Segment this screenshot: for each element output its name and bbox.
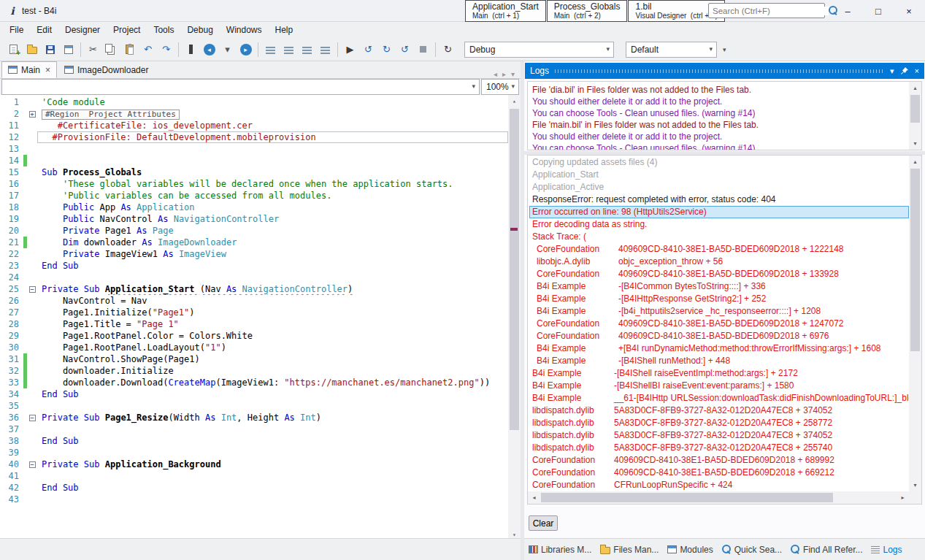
code-line[interactable]: 40−Private Sub Application_Background [0,459,508,470]
panel-tab-files-man[interactable]: Files Man... [597,542,661,557]
code-line[interactable]: 28 Page1.Title = "Page 1" [0,318,508,330]
pin-icon[interactable] [900,66,909,75]
log-entry[interactable]: libdispatch.dylib5A83D0CF-8FB9-3727-8A32… [529,417,909,429]
code-line[interactable]: 2+#Region Project Attributes [0,108,508,120]
code-line[interactable]: 41 [0,470,508,482]
scroll-down-icon[interactable]: ▾ [909,137,921,150]
fold-toggle-icon[interactable]: + [29,111,36,118]
log-entry[interactable]: Stack Trace: ( [529,231,909,243]
new-button[interactable] [5,41,22,58]
doc-tab-imagedownloader[interactable]: ImageDownloader [58,61,154,78]
code-line[interactable]: 21 Dim downloader As ImageDownloader [0,237,508,248]
scrollbar-thumb[interactable] [510,109,519,430]
scrollbar-thumb[interactable] [541,493,833,502]
menu-edit[interactable]: Edit [30,23,58,37]
build-mode-combo[interactable]: Debug ▾ [464,42,614,58]
code-line[interactable]: 20 Private Page1 As Page [0,225,508,237]
warnings-scrollbar[interactable]: ▴▾ [909,82,921,150]
log-entry[interactable]: B4i Example__61-[B4IHttp URLSession:down… [529,392,909,404]
code-line[interactable]: 15Sub Process_Globals [0,166,508,178]
tab-scroll-left-icon[interactable]: ◂ [494,70,497,78]
window-position-icon[interactable]: ▾ [890,66,894,76]
scroll-up-icon[interactable]: ▴ [508,95,521,107]
editor-vertical-scrollbar[interactable]: ▴▾ [508,95,521,541]
log-horizontal-scrollbar[interactable]: ◂▸ [528,491,909,504]
log-entry[interactable]: CoreFoundation409609CD-8410-38E1-BA5D-BD… [529,330,909,342]
scroll-left-icon[interactable]: ◂ [528,491,540,504]
close-icon[interactable]: × [915,66,919,75]
log-entry[interactable]: B4i Example+[B4I runDynamicMethod:method… [529,342,909,355]
log-entry[interactable]: B4i Example-[B4IShellBI raiseEvent:event… [529,380,909,392]
search-input[interactable] [709,7,829,15]
close-button[interactable]: × [894,1,924,22]
log-entry[interactable]: Application_Active [529,181,909,193]
scrollbar-thumb[interactable] [910,95,920,123]
menu-help[interactable]: Help [269,23,300,37]
paste-button[interactable] [121,41,138,58]
warning-line[interactable]: File 'main.bil' in Files folder was not … [532,119,909,131]
fold-toggle-icon[interactable]: − [29,461,36,468]
member-selector-combo[interactable]: ▾ [1,79,480,95]
run-button[interactable]: ▶ [342,41,358,58]
redo-button[interactable]: ↷ [158,41,174,58]
tab-scroll-right-icon[interactable]: ▸ [502,70,506,78]
code-line[interactable]: 25−Private Sub Application_Start (Nav As… [0,283,508,295]
code-line[interactable]: 34End Sub [0,388,508,400]
panel-tab-logs[interactable]: Logs [868,542,905,557]
menu-file[interactable]: File [3,23,30,37]
save-button[interactable] [42,41,58,58]
code-line[interactable]: 36−Private Sub Page1_Resize(Width As Int… [0,412,508,423]
log-entry[interactable]: ResponseError: request completed with er… [529,193,909,206]
navigate-back-button[interactable]: ◂ [201,41,218,58]
menu-tools[interactable]: Tools [147,23,180,37]
search-box[interactable] [708,3,825,18]
code-line[interactable]: 38End Sub [0,435,508,447]
navigate-forward-button[interactable]: ▸ [237,41,254,58]
scrollbar-thumb[interactable] [910,169,920,351]
code-line[interactable]: 27 Page1.Initialize("Page1") [0,307,508,318]
menu-windows[interactable]: Windows [220,23,269,37]
outdent-button[interactable] [317,41,334,58]
scroll-up-icon[interactable]: ▴ [909,82,921,94]
save-all-button[interactable] [60,41,77,58]
menu-project[interactable]: Project [107,23,147,37]
tab-list-icon[interactable]: ▾ [511,70,515,78]
code-line[interactable]: 26 NavControl = Nav [0,295,508,307]
log-entry[interactable]: CoreFoundation409609CD-8410-38E1-BA5D-BD… [529,243,909,256]
panel-tab-libraries-m[interactable]: Libraries M... [526,542,594,557]
doc-tab-main[interactable]: Main× [1,61,57,78]
code-line[interactable]: 42End Sub [0,482,508,494]
code-line[interactable]: 16 'These global variables will be decla… [0,178,508,190]
panel-tab-modules[interactable]: Modules [664,542,715,557]
code-line[interactable]: 43 [0,494,508,505]
code-line[interactable]: 13 [0,143,508,155]
code-line[interactable]: 23End Sub [0,260,508,272]
panel-tab-quick-sea[interactable]: Quick Sea... [719,542,785,557]
log-vertical-scrollbar[interactable]: ▴▾ [909,156,921,491]
code-line[interactable]: 33 downloader.Download(CreateMap(ImageVi… [0,377,508,388]
log-entry[interactable]: B4i Example-[B4IHttpResponse GetString2:… [529,293,909,305]
code-line[interactable]: 18 Public App As Application [0,202,508,213]
uncomment-button[interactable] [280,41,297,58]
log-entry[interactable]: CoreFoundation409609CD-8410-38E1-BA5D-BD… [529,467,909,479]
code-line[interactable]: 24 [0,272,508,283]
back-history-button[interactable]: ▾ [219,41,236,58]
log-entry[interactable]: B4i Example-[B4IShell runMethod:] + 448 [529,355,909,367]
panel-tab-find-all-refer[interactable]: Find All Refer... [788,542,865,557]
compile-button[interactable]: ↻ [378,41,395,58]
rebuild-button[interactable]: ↺ [396,41,413,58]
log-entry[interactable]: CoreFoundation409609CD-8410-38E1-BA5D-BD… [529,454,909,467]
copy-button[interactable] [103,41,120,58]
log-entry[interactable]: Error decoding data as string. [529,218,909,231]
fold-toggle-icon[interactable]: − [29,286,36,293]
code-line[interactable]: 29 Page1.RootPanel.Color = Colors.White [0,330,508,342]
bookmark-button[interactable] [183,41,199,58]
log-entry[interactable]: libdispatch.dylib5A83D0CF-8FB9-3727-8A32… [529,442,909,454]
panel-drag-handle[interactable] [555,69,884,73]
code-line[interactable]: 37 [0,423,508,435]
cut-button[interactable]: ✂ [85,41,101,58]
log-entry[interactable]: CoreFoundationCFRunLoopRunSpecific + 424 [529,479,909,491]
build-config-combo[interactable]: Default ▾ [626,42,717,58]
code-line[interactable]: 11 #CertificateFile: ios_development.cer [0,120,508,131]
quick-run-button[interactable]: ↺ [360,41,377,58]
